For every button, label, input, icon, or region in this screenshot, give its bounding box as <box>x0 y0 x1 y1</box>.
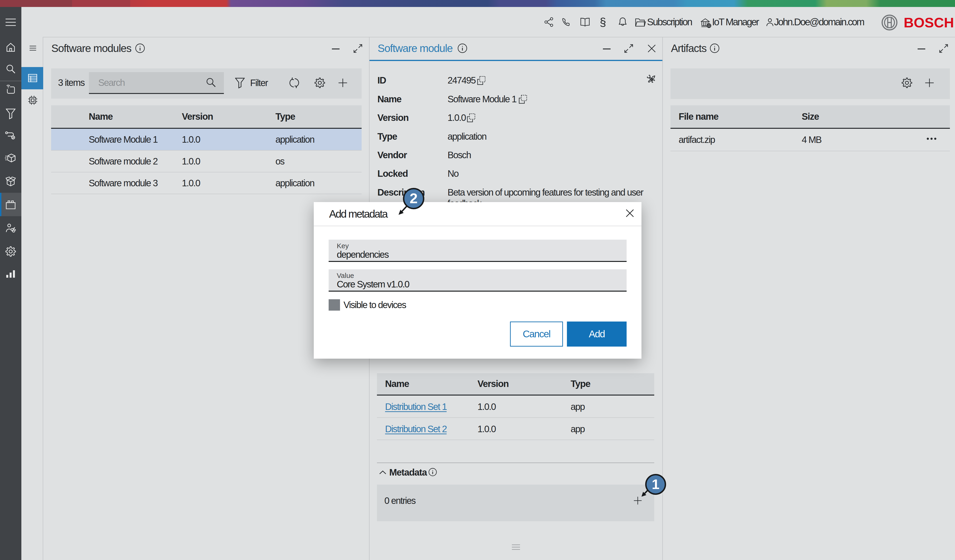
svg-text:1: 1 <box>652 476 659 492</box>
svg-text:2: 2 <box>410 190 418 206</box>
